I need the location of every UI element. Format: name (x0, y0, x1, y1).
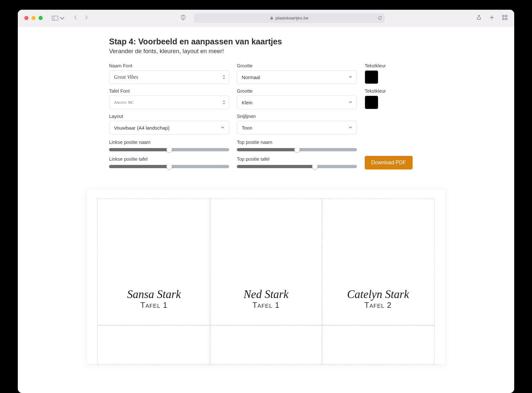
card-name: Ned Stark (244, 289, 289, 300)
preview-page: Sansa Stark Tafel 1 Ned Stark Tafel 1 Ca… (86, 189, 446, 364)
snijlijnen-select[interactable]: Toon (237, 121, 357, 134)
card-name: Catelyn Stark (347, 289, 409, 300)
new-tab-icon[interactable] (489, 15, 495, 22)
chevron-down-icon (59, 16, 65, 21)
back-button[interactable] (73, 15, 78, 21)
layout-value: Vouwbaar (A4 landschap) (114, 125, 170, 131)
grootte-tafel-value: Klein (242, 100, 252, 105)
download-pdf-button[interactable]: Download PDF (365, 156, 413, 169)
lock-icon (270, 16, 273, 20)
chevron-down-icon (348, 75, 353, 80)
grootte-naam-select[interactable]: Normaal (237, 70, 357, 84)
label-top-pos-naam: Top positie naam (237, 140, 357, 145)
naam-font-select[interactable]: Great Vibes (109, 70, 229, 84)
url-text: plaatskaartjes.be (275, 16, 308, 20)
slider-linkse-pos-tafel[interactable] (109, 165, 229, 168)
page-title: Stap 4: Voorbeeld en aanpassen van kaart… (109, 37, 423, 46)
card-table: Tafel 1 (252, 301, 280, 310)
svg-rect-8 (503, 18, 504, 20)
tekstkleur-naam-swatch[interactable] (365, 70, 378, 84)
place-card (210, 325, 322, 364)
page-subtitle: Verander de fonts, kleuren, layout en me… (109, 48, 423, 55)
label-tekstkleur-tafel: Tekstkleur (365, 88, 423, 94)
card-table: Tafel 2 (364, 301, 392, 310)
url-bar[interactable]: plaatskaartjes.be (194, 13, 385, 23)
svg-rect-3 (271, 18, 273, 20)
place-card: Catelyn Stark Tafel 2 (322, 199, 434, 325)
label-linkse-pos-tafel: Linkse positie tafel (109, 156, 229, 162)
share-icon[interactable] (476, 15, 482, 22)
traffic-lights (24, 16, 43, 20)
chevron-down-icon (220, 125, 225, 131)
slider-linkse-pos-naam[interactable] (109, 148, 229, 151)
card-table: Tafel 1 (140, 301, 168, 310)
grootte-tafel-select[interactable]: Klein (237, 96, 357, 109)
page-content: Stap 4: Voorbeeld en aanpassen van kaart… (18, 27, 514, 393)
forward-button[interactable] (83, 15, 89, 21)
slider-top-pos-naam[interactable] (237, 148, 357, 151)
chevron-down-icon (348, 100, 353, 105)
label-grootte-naam: Grootte (237, 63, 357, 68)
tekstkleur-tafel-swatch[interactable] (365, 96, 378, 109)
browser-window: plaatskaartjes.be Stap 4: Voorbeeld en a… (18, 10, 514, 393)
label-tafel-font: Tafel Font (109, 88, 229, 94)
label-linkse-pos-naam: Linkse positie naam (109, 140, 229, 145)
privacy-shield-icon[interactable] (180, 15, 186, 22)
label-naam-font: Naam Font (109, 63, 229, 68)
card-name: Sansa Stark (127, 289, 181, 300)
maximize-window-icon[interactable] (39, 16, 43, 20)
place-card: Sansa Stark Tafel 1 (98, 199, 210, 325)
label-snijlijnen: Snijlijnen (237, 114, 357, 119)
place-card: Ned Stark Tafel 1 (210, 199, 322, 325)
tafel-font-value: Amatic SC (114, 100, 134, 105)
minimize-window-icon[interactable] (31, 16, 36, 20)
grootte-naam-value: Normaal (242, 75, 260, 80)
chevron-down-icon (348, 125, 353, 131)
svg-rect-0 (52, 16, 58, 20)
tafel-font-select[interactable]: Amatic SC (109, 96, 229, 109)
updown-icon (222, 75, 226, 79)
snijlijnen-value: Toon (242, 125, 252, 131)
label-layout: Layout (109, 114, 229, 119)
place-card (322, 325, 434, 364)
label-grootte-tafel: Grootte (237, 88, 357, 94)
close-window-icon[interactable] (24, 16, 28, 20)
place-card (98, 325, 210, 364)
sidebar-toggle-button[interactable] (52, 16, 65, 21)
label-top-pos-tafel: Top positie tafel (237, 156, 357, 162)
svg-rect-7 (505, 15, 507, 17)
tab-overview-icon[interactable] (502, 15, 508, 22)
browser-chrome: plaatskaartjes.be (18, 10, 514, 27)
layout-select[interactable]: Vouwbaar (A4 landschap) (109, 121, 229, 134)
svg-rect-9 (505, 18, 507, 20)
slider-top-pos-tafel[interactable] (237, 165, 357, 168)
updown-icon (222, 100, 226, 105)
svg-rect-6 (503, 15, 504, 17)
naam-font-value: Great Vibes (114, 74, 138, 80)
label-tekstkleur-naam: Tekstkleur (365, 63, 423, 68)
reload-icon[interactable] (378, 16, 382, 20)
